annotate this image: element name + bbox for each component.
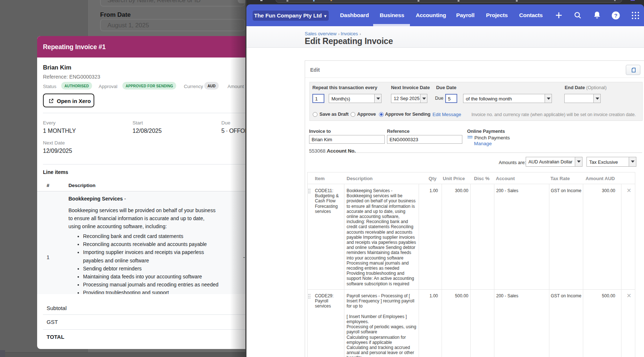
svg-text:?: ? bbox=[614, 12, 617, 19]
